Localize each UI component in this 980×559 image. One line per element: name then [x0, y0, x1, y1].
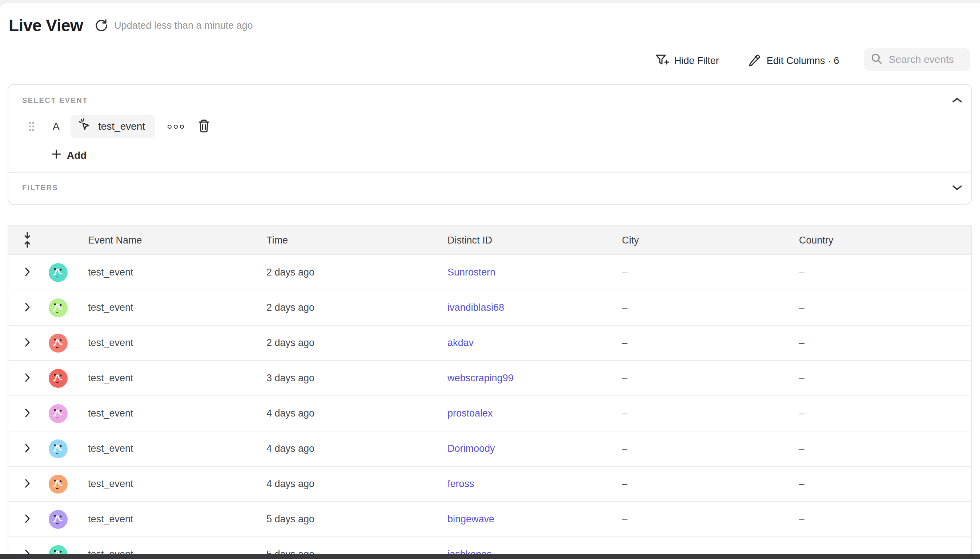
drag-handle-icon[interactable]: [29, 121, 35, 132]
event-name-cell: test_event: [88, 302, 266, 313]
country-cell: –: [799, 478, 971, 490]
clause-letter: A: [53, 121, 59, 132]
city-cell: –: [622, 408, 799, 419]
table-row: test_event 2 days ago ivandiblasi68 – –: [8, 290, 971, 326]
table-row: test_event 4 days ago feross – –: [8, 467, 971, 502]
distinct-id-link[interactable]: prostoalex: [448, 408, 493, 419]
hide-filter-button[interactable]: Hide Filter: [654, 50, 719, 72]
distinct-id-link[interactable]: akdav: [448, 337, 474, 348]
user-avatar: [49, 510, 68, 529]
country-cell: –: [799, 408, 971, 419]
delete-event-button[interactable]: [197, 119, 210, 134]
select-event-label: SELECT EVENT: [22, 96, 88, 105]
selected-event-label: test_event: [98, 121, 145, 132]
more-options-icon: [168, 125, 184, 129]
pencil-icon: [747, 53, 761, 69]
country-cell: –: [799, 302, 971, 313]
time-cell: 2 days ago: [266, 337, 448, 349]
country-cell: –: [799, 372, 971, 384]
collapse-all-rows-button[interactable]: [23, 232, 32, 249]
search-box[interactable]: [864, 48, 970, 71]
bottom-bar: [0, 554, 980, 559]
edit-columns-button[interactable]: Edit Columns · 6: [747, 50, 840, 72]
time-cell: 2 days ago: [266, 267, 448, 278]
column-header-distinct-id[interactable]: Distinct ID: [448, 235, 622, 246]
user-avatar: [49, 334, 68, 352]
distinct-id-link[interactable]: bingewave: [448, 514, 494, 524]
user-avatar: [49, 298, 68, 317]
time-cell: 4 days ago: [266, 443, 448, 454]
table-row: test_event 5 days ago bingewave – –: [8, 502, 971, 537]
event-name-cell: test_event: [88, 337, 266, 349]
expand-row-button[interactable]: [8, 408, 46, 419]
time-cell: 2 days ago: [266, 302, 448, 313]
user-avatar: [49, 263, 68, 282]
time-cell: 4 days ago: [266, 478, 448, 490]
distinct-id-link[interactable]: Sunrostern: [448, 267, 496, 278]
event-selector-chip[interactable]: test_event: [71, 115, 155, 138]
city-cell: –: [622, 302, 799, 313]
event-name-cell: test_event: [88, 514, 266, 525]
expand-row-button[interactable]: [8, 373, 46, 384]
distinct-id-link[interactable]: Dorimoody: [448, 443, 495, 454]
user-avatar: [49, 404, 68, 423]
event-name-cell: test_event: [88, 443, 266, 454]
expand-row-button[interactable]: [8, 337, 46, 348]
city-cell: –: [622, 478, 799, 490]
expand-row-button[interactable]: [8, 443, 46, 454]
distinct-id-link[interactable]: webscraping99: [448, 372, 514, 384]
city-cell: –: [622, 443, 799, 454]
distinct-id-link[interactable]: ivandiblasi68: [448, 302, 504, 313]
chevron-right-icon: [24, 443, 30, 454]
expand-row-button[interactable]: [8, 514, 46, 524]
distinct-id-link[interactable]: feross: [448, 478, 474, 489]
panel-divider: [8, 172, 971, 173]
expand-filters-button[interactable]: [952, 184, 963, 192]
events-table: Event Name Time Distinct ID City Country: [8, 225, 972, 557]
chevron-up-icon: [952, 99, 963, 105]
column-header-country[interactable]: Country: [799, 235, 971, 246]
edit-columns-label: Edit Columns · 6: [767, 55, 840, 66]
chevron-right-icon: [24, 408, 30, 419]
refresh-icon: [94, 18, 108, 33]
time-cell: 3 days ago: [266, 372, 448, 384]
time-cell: 5 days ago: [266, 514, 448, 525]
column-header-time[interactable]: Time: [266, 235, 448, 246]
search-icon: [871, 53, 883, 66]
event-name-cell: test_event: [88, 478, 266, 490]
user-avatar: [49, 475, 68, 494]
city-cell: –: [622, 337, 799, 349]
table-row: test_event 2 days ago Sunrostern – –: [8, 255, 971, 290]
chevron-right-icon: [24, 337, 30, 348]
chevron-right-icon: [24, 373, 30, 384]
event-more-options-button[interactable]: [168, 125, 184, 129]
refresh-button[interactable]: [94, 18, 108, 33]
trash-icon: [197, 119, 210, 134]
page-title: Live View: [9, 16, 83, 35]
page-header: Live View Updated less than a minute ago: [9, 12, 253, 39]
event-name-cell: test_event: [88, 372, 266, 384]
column-header-city[interactable]: City: [622, 235, 799, 246]
expand-row-button[interactable]: [8, 303, 46, 313]
expand-row-button[interactable]: [8, 479, 46, 489]
collapse-select-event-button[interactable]: [952, 97, 963, 105]
table-header-row: Event Name Time Distinct ID City Country: [8, 226, 971, 255]
user-avatar: [49, 369, 68, 388]
search-input[interactable]: [889, 54, 965, 65]
city-cell: –: [622, 514, 799, 525]
country-cell: –: [799, 514, 971, 525]
column-header-event-name[interactable]: Event Name: [88, 235, 266, 246]
expand-row-button[interactable]: [8, 267, 46, 278]
country-cell: –: [799, 443, 971, 454]
chevron-right-icon: [24, 479, 30, 489]
add-event-button[interactable]: Add: [51, 149, 86, 162]
add-label: Add: [67, 150, 86, 161]
event-click-icon: [78, 118, 93, 135]
live-view-screen: Live View Updated less than a minute ago: [0, 0, 980, 559]
chevron-right-icon: [24, 514, 30, 524]
plus-icon: [51, 149, 62, 162]
table-row: test_event 2 days ago akdav – –: [8, 326, 971, 361]
city-cell: –: [622, 267, 799, 278]
filter-plus-icon: [654, 52, 669, 69]
event-name-cell: test_event: [88, 267, 266, 278]
